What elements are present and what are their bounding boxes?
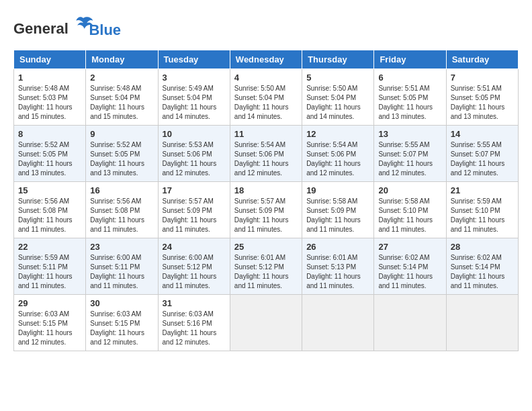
calendar-day-cell: 27Sunrise: 6:02 AMSunset: 5:14 PMDayligh… bbox=[374, 238, 446, 295]
day-number: 1 bbox=[18, 73, 81, 83]
weekday-header: Saturday bbox=[446, 50, 518, 69]
calendar-day-cell: 14Sunrise: 5:55 AMSunset: 5:07 PMDayligh… bbox=[446, 126, 518, 182]
empty-cell bbox=[302, 295, 374, 351]
day-number: 17 bbox=[163, 185, 226, 195]
day-info: Sunrise: 5:56 AMSunset: 5:08 PMDaylight:… bbox=[90, 197, 153, 234]
day-number: 3 bbox=[163, 73, 226, 83]
calendar-day-cell: 19Sunrise: 5:58 AMSunset: 5:09 PMDayligh… bbox=[302, 182, 374, 238]
day-number: 10 bbox=[163, 129, 226, 139]
day-info: Sunrise: 6:03 AMSunset: 5:15 PMDaylight:… bbox=[90, 310, 153, 347]
calendar-day-cell: 23Sunrise: 6:00 AMSunset: 5:11 PMDayligh… bbox=[86, 238, 158, 295]
day-info: Sunrise: 6:01 AMSunset: 5:12 PMDaylight:… bbox=[234, 253, 298, 291]
day-info: Sunrise: 5:58 AMSunset: 5:10 PMDaylight:… bbox=[378, 197, 441, 234]
weekday-header: Tuesday bbox=[158, 50, 230, 69]
empty-cell bbox=[446, 295, 518, 351]
calendar-week-row: 8Sunrise: 5:52 AMSunset: 5:05 PMDaylight… bbox=[14, 126, 519, 182]
day-info: Sunrise: 5:59 AMSunset: 5:11 PMDaylight:… bbox=[18, 253, 81, 291]
calendar-week-row: 15Sunrise: 5:56 AMSunset: 5:08 PMDayligh… bbox=[14, 182, 519, 238]
day-info: Sunrise: 5:51 AMSunset: 5:05 PMDaylight:… bbox=[378, 84, 441, 122]
day-info: Sunrise: 6:03 AMSunset: 5:15 PMDaylight:… bbox=[18, 310, 81, 347]
day-number: 24 bbox=[163, 242, 226, 252]
day-info: Sunrise: 5:57 AMSunset: 5:09 PMDaylight:… bbox=[163, 197, 226, 234]
page-header: General Blue bbox=[13, 13, 519, 39]
calendar-day-cell: 17Sunrise: 5:57 AMSunset: 5:09 PMDayligh… bbox=[158, 182, 230, 238]
day-info: Sunrise: 5:50 AMSunset: 5:04 PMDaylight:… bbox=[306, 84, 369, 122]
day-info: Sunrise: 5:58 AMSunset: 5:09 PMDaylight:… bbox=[306, 197, 369, 234]
day-info: Sunrise: 5:53 AMSunset: 5:06 PMDaylight:… bbox=[163, 140, 226, 178]
calendar-day-cell: 10Sunrise: 5:53 AMSunset: 5:06 PMDayligh… bbox=[158, 126, 230, 182]
day-number: 27 bbox=[378, 242, 441, 252]
empty-cell bbox=[374, 295, 446, 351]
day-info: Sunrise: 6:00 AMSunset: 5:12 PMDaylight:… bbox=[163, 253, 226, 291]
calendar-day-cell: 5Sunrise: 5:50 AMSunset: 5:04 PMDaylight… bbox=[302, 69, 374, 126]
header-row: SundayMondayTuesdayWednesdayThursdayFrid… bbox=[14, 50, 519, 69]
calendar-day-cell: 29Sunrise: 6:03 AMSunset: 5:15 PMDayligh… bbox=[14, 295, 86, 351]
day-number: 30 bbox=[90, 298, 153, 308]
day-info: Sunrise: 5:51 AMSunset: 5:05 PMDaylight:… bbox=[451, 84, 514, 122]
weekday-header: Thursday bbox=[302, 50, 374, 69]
calendar-day-cell: 26Sunrise: 6:01 AMSunset: 5:13 PMDayligh… bbox=[302, 238, 374, 295]
calendar-day-cell: 13Sunrise: 5:55 AMSunset: 5:07 PMDayligh… bbox=[374, 126, 446, 182]
day-number: 5 bbox=[306, 73, 369, 83]
calendar-day-cell: 8Sunrise: 5:52 AMSunset: 5:05 PMDaylight… bbox=[14, 126, 86, 182]
day-info: Sunrise: 5:48 AMSunset: 5:04 PMDaylight:… bbox=[90, 84, 153, 122]
day-info: Sunrise: 5:52 AMSunset: 5:05 PMDaylight:… bbox=[90, 140, 153, 178]
day-info: Sunrise: 5:54 AMSunset: 5:06 PMDaylight:… bbox=[306, 140, 369, 178]
day-number: 13 bbox=[378, 129, 441, 139]
day-number: 18 bbox=[234, 185, 298, 195]
calendar-day-cell: 15Sunrise: 5:56 AMSunset: 5:08 PMDayligh… bbox=[14, 182, 86, 238]
calendar-day-cell: 2Sunrise: 5:48 AMSunset: 5:04 PMDaylight… bbox=[86, 69, 158, 126]
day-info: Sunrise: 6:03 AMSunset: 5:16 PMDaylight:… bbox=[163, 310, 226, 347]
day-info: Sunrise: 5:59 AMSunset: 5:10 PMDaylight:… bbox=[451, 197, 514, 234]
calendar-day-cell: 11Sunrise: 5:54 AMSunset: 5:06 PMDayligh… bbox=[230, 126, 302, 182]
calendar-week-row: 29Sunrise: 6:03 AMSunset: 5:15 PMDayligh… bbox=[14, 295, 519, 351]
day-number: 28 bbox=[451, 242, 514, 252]
day-number: 12 bbox=[306, 129, 369, 139]
day-number: 15 bbox=[18, 185, 81, 195]
calendar-day-cell: 31Sunrise: 6:03 AMSunset: 5:16 PMDayligh… bbox=[158, 295, 230, 351]
day-number: 8 bbox=[18, 129, 81, 139]
day-number: 2 bbox=[90, 73, 153, 83]
day-info: Sunrise: 5:55 AMSunset: 5:07 PMDaylight:… bbox=[378, 140, 441, 178]
empty-cell bbox=[230, 295, 302, 351]
calendar-day-cell: 1Sunrise: 5:48 AMSunset: 5:03 PMDaylight… bbox=[14, 69, 86, 126]
calendar-week-row: 1Sunrise: 5:48 AMSunset: 5:03 PMDaylight… bbox=[14, 69, 519, 126]
calendar-day-cell: 12Sunrise: 5:54 AMSunset: 5:06 PMDayligh… bbox=[302, 126, 374, 182]
logo: General Blue bbox=[13, 13, 121, 39]
day-number: 16 bbox=[90, 185, 153, 195]
day-number: 9 bbox=[90, 129, 153, 139]
day-info: Sunrise: 5:52 AMSunset: 5:05 PMDaylight:… bbox=[18, 140, 81, 178]
calendar-day-cell: 24Sunrise: 6:00 AMSunset: 5:12 PMDayligh… bbox=[158, 238, 230, 295]
day-number: 20 bbox=[378, 185, 441, 195]
day-number: 11 bbox=[234, 129, 298, 139]
day-info: Sunrise: 5:49 AMSunset: 5:04 PMDaylight:… bbox=[163, 84, 226, 122]
day-info: Sunrise: 6:00 AMSunset: 5:11 PMDaylight:… bbox=[90, 253, 153, 291]
day-info: Sunrise: 6:02 AMSunset: 5:14 PMDaylight:… bbox=[378, 253, 441, 291]
calendar-day-cell: 4Sunrise: 5:50 AMSunset: 5:04 PMDaylight… bbox=[230, 69, 302, 126]
day-number: 23 bbox=[90, 242, 153, 252]
day-info: Sunrise: 6:01 AMSunset: 5:13 PMDaylight:… bbox=[306, 253, 369, 291]
day-number: 7 bbox=[451, 73, 514, 83]
calendar-day-cell: 25Sunrise: 6:01 AMSunset: 5:12 PMDayligh… bbox=[230, 238, 302, 295]
weekday-header: Sunday bbox=[14, 50, 86, 69]
day-number: 29 bbox=[18, 298, 81, 308]
day-number: 22 bbox=[18, 242, 81, 252]
calendar-day-cell: 6Sunrise: 5:51 AMSunset: 5:05 PMDaylight… bbox=[374, 69, 446, 126]
weekday-header: Friday bbox=[374, 50, 446, 69]
day-number: 4 bbox=[234, 73, 298, 83]
calendar-table: SundayMondayTuesdayWednesdayThursdayFrid… bbox=[13, 50, 519, 351]
calendar-day-cell: 7Sunrise: 5:51 AMSunset: 5:05 PMDaylight… bbox=[446, 69, 518, 126]
calendar-day-cell: 3Sunrise: 5:49 AMSunset: 5:04 PMDaylight… bbox=[158, 69, 230, 126]
calendar-day-cell: 16Sunrise: 5:56 AMSunset: 5:08 PMDayligh… bbox=[86, 182, 158, 238]
day-info: Sunrise: 5:48 AMSunset: 5:03 PMDaylight:… bbox=[18, 84, 81, 122]
weekday-header: Monday bbox=[86, 50, 158, 69]
calendar-week-row: 22Sunrise: 5:59 AMSunset: 5:11 PMDayligh… bbox=[14, 238, 519, 295]
calendar-day-cell: 28Sunrise: 6:02 AMSunset: 5:14 PMDayligh… bbox=[446, 238, 518, 295]
calendar-day-cell: 22Sunrise: 5:59 AMSunset: 5:11 PMDayligh… bbox=[14, 238, 86, 295]
day-number: 19 bbox=[306, 185, 369, 195]
calendar-day-cell: 9Sunrise: 5:52 AMSunset: 5:05 PMDaylight… bbox=[86, 126, 158, 182]
day-number: 6 bbox=[378, 73, 441, 83]
day-number: 25 bbox=[234, 242, 298, 252]
day-info: Sunrise: 5:54 AMSunset: 5:06 PMDaylight:… bbox=[234, 140, 298, 178]
calendar-day-cell: 30Sunrise: 6:03 AMSunset: 5:15 PMDayligh… bbox=[86, 295, 158, 351]
